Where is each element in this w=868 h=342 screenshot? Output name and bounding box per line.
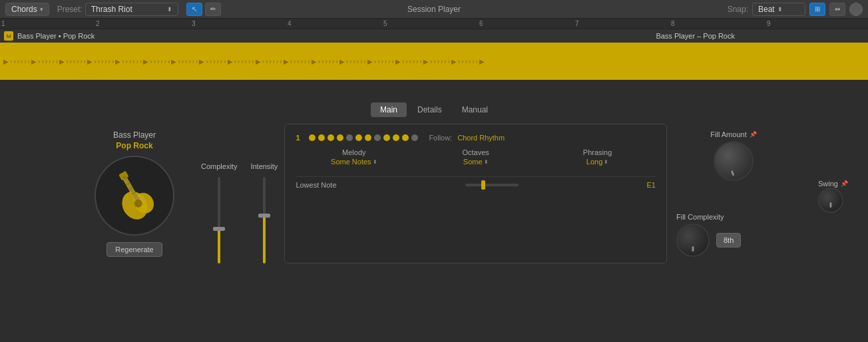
tab-main[interactable]: Main [371, 102, 407, 117]
intensity-thumb[interactable] [258, 214, 270, 218]
preset-label: Preset: [57, 5, 83, 14]
chords-chevron-icon: ▾ [40, 6, 43, 13]
melody-label: Melody [342, 148, 365, 156]
ruler-numbers: 1 2 3 4 5 6 7 8 9 [0, 19, 868, 29]
grid-icon: ⊞ [815, 5, 820, 13]
pattern-dot-10[interactable] [402, 134, 409, 141]
pattern-dot-2[interactable] [327, 134, 334, 141]
tab-manual[interactable]: Manual [453, 102, 497, 117]
lowest-note-thumb[interactable] [481, 180, 485, 190]
intensity-slider[interactable] [263, 177, 266, 263]
pattern-dot-5[interactable] [355, 134, 362, 141]
track-name-left: Bass Player • Pop Rock [17, 32, 95, 40]
pattern-dot-9[interactable] [393, 134, 399, 141]
right-panel: Fill Amount 📌 Swing 📌 [667, 124, 800, 263]
complexity-slider[interactable] [218, 177, 220, 263]
app-title: Session Player [407, 5, 461, 14]
guitar-icon [105, 166, 164, 226]
lowest-note-slider[interactable] [465, 184, 519, 186]
pattern-dot-8[interactable] [383, 134, 390, 141]
bottom-panel: Main Details Manual Bass Player Pop Rock [0, 102, 868, 263]
pattern-dot-7[interactable] [374, 134, 381, 141]
melody-value[interactable]: Some Notes ⬍ [331, 158, 377, 166]
fill-complexity-section: Fill Complexity 8th [676, 213, 791, 257]
octaves-arrows-icon: ⬍ [484, 159, 489, 165]
phrasing-value[interactable]: Long ⬍ [586, 158, 608, 166]
ruler-6: 6 [479, 20, 483, 27]
lowest-value: E1 [647, 181, 656, 189]
regenerate-button[interactable]: Regenerate [107, 242, 162, 257]
settings-circle-button[interactable] [849, 3, 863, 16]
ruler-7: 7 [575, 20, 579, 27]
pattern-dot-3[interactable] [337, 134, 343, 141]
intensity-label: Intensity [250, 162, 278, 170]
fill-amount-knob-indicator [731, 170, 735, 176]
left-section: Bass Player Pop Rock [68, 124, 201, 263]
swing-knob-indicator [830, 202, 832, 208]
toolbar-icons: ↖ ✏ [186, 3, 221, 16]
fill-complexity-knob-indicator [692, 246, 694, 252]
octaves-label: Octaves [463, 148, 489, 156]
lowest-note-row: Lowest Note E1 [296, 176, 656, 189]
pattern-dot-0[interactable] [309, 134, 316, 141]
fill-amount-section: Fill Amount 📌 [676, 130, 791, 181]
intensity-column: Intensity [250, 162, 278, 263]
preset-chevron-icon: ⬍ [167, 6, 172, 13]
ruler-1: 1 [1, 20, 5, 27]
pattern-dot-11[interactable] [411, 134, 418, 141]
octaves-col: Octaves Some ⬍ [417, 148, 534, 166]
track-type-icon: M [4, 31, 13, 41]
ruler-8: 8 [671, 20, 675, 27]
chords-button[interactable]: Chords ▾ [5, 3, 49, 16]
preset-select[interactable]: Thrash Riot ⬍ [85, 3, 178, 16]
follow-value[interactable]: Chord Rhythm [457, 134, 505, 142]
melody-col: Melody Some Notes ⬍ [296, 148, 412, 166]
snap-area: Snap: Beat ⬍ ⊞ ⇔ [728, 3, 863, 16]
phrasing-col: Phrasing Long ⬍ [539, 148, 656, 166]
ruler: 1 2 3 4 5 6 7 8 9 [0, 19, 868, 29]
swing-pin-icon: 📌 [841, 180, 848, 187]
phrasing-arrows-icon: ⬍ [604, 159, 608, 165]
snap-select[interactable]: Beat ⬍ [752, 3, 805, 16]
ruler-2: 2 [96, 20, 100, 27]
link-button[interactable]: ⇔ [829, 3, 845, 16]
main-panel: Bass Player Pop Rock [68, 124, 800, 263]
pencil-tool-button[interactable]: ✏ [205, 3, 221, 16]
pattern-dots[interactable] [309, 134, 418, 141]
instrument-label: Bass Player [113, 130, 156, 140]
lowest-note-control[interactable] [465, 184, 519, 186]
complexity-thumb[interactable] [213, 227, 225, 231]
ruler-9: 9 [767, 20, 771, 27]
follow-label: Follow: [429, 134, 452, 142]
pattern-dot-1[interactable] [318, 134, 325, 141]
cursor-tool-button[interactable]: ↖ [186, 3, 202, 16]
tab-details[interactable]: Details [408, 102, 451, 117]
instrument-sub: Pop Rock [116, 141, 152, 150]
intensity-fill [263, 216, 266, 264]
center-panel: 1 Follow: Chord Rhythm Melody Some Notes… [284, 124, 667, 263]
top-bar: Chords ▾ Preset: Thrash Riot ⬍ Session P… [0, 0, 868, 19]
grid-button[interactable]: ⊞ [809, 3, 825, 16]
pattern-dot-4[interactable] [346, 134, 353, 141]
fill-amount-knob[interactable] [714, 141, 754, 181]
params-grid: Melody Some Notes ⬍ Octaves Some ⬍ Phras… [296, 148, 656, 166]
eighth-button[interactable]: 8th [716, 233, 741, 248]
swing-row: Swing 📌 [818, 180, 848, 188]
ruler-4: 4 [288, 20, 292, 27]
swing-knob[interactable] [818, 188, 843, 213]
fill-complexity-label: Fill Complexity [676, 213, 724, 221]
chords-label: Chords [11, 5, 37, 14]
phrasing-label: Phrasing [583, 148, 612, 156]
complexity-label: Complexity [201, 162, 237, 170]
complexity-intensity-section: Complexity Intensity [201, 124, 278, 263]
ruler-5: 5 [383, 20, 387, 27]
melody-arrows-icon: ⬍ [373, 159, 377, 165]
pattern-dot-6[interactable] [365, 134, 371, 141]
fill-complexity-controls: 8th [676, 224, 791, 257]
octaves-value[interactable]: Some ⬍ [463, 158, 489, 166]
tab-bar: Main Details Manual [371, 102, 497, 117]
track-pattern[interactable]: // Will be rendered by JS below ▶››››››▶… [0, 43, 868, 80]
fill-complexity-knob[interactable] [676, 224, 710, 257]
snap-chevron-icon: ⬍ [777, 6, 783, 13]
ruler-3: 3 [192, 20, 196, 27]
